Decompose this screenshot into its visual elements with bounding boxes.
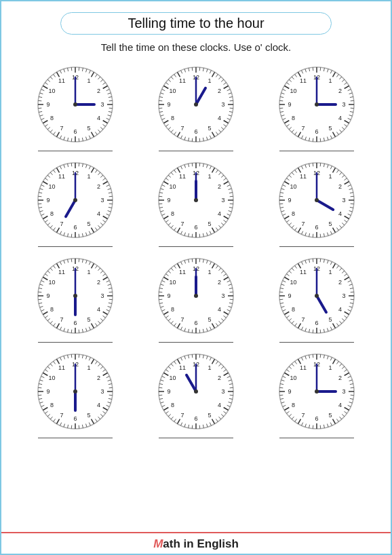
svg-text:11: 11: [179, 269, 186, 275]
svg-text:5: 5: [328, 221, 332, 227]
svg-text:4: 4: [97, 402, 100, 408]
clock-cell-4: 123456789101112: [136, 155, 256, 251]
svg-text:7: 7: [60, 412, 63, 419]
svg-line-60: [71, 67, 72, 71]
answer-line-6: [38, 342, 113, 343]
clock-cell-7: 123456789101112: [136, 251, 256, 347]
svg-line-154: [320, 67, 321, 71]
svg-text:8: 8: [292, 306, 295, 313]
svg-line-349: [159, 204, 162, 204]
svg-line-868: [313, 425, 313, 429]
svg-text:3: 3: [100, 101, 104, 108]
clock-cell-3: 123456789101112: [15, 155, 136, 251]
svg-text:11: 11: [58, 269, 65, 275]
svg-line-15: [109, 100, 113, 101]
svg-line-881: [279, 395, 283, 396]
clock-8: 123456789101112: [276, 255, 357, 337]
svg-line-336: [192, 234, 193, 237]
svg-line-321: [230, 204, 233, 204]
svg-text:10: 10: [169, 88, 176, 94]
svg-line-45: [38, 108, 41, 109]
svg-text:6: 6: [194, 320, 197, 326]
svg-line-93: [230, 108, 233, 109]
svg-text:5: 5: [87, 221, 90, 227]
clock-5: 123456789101112: [276, 159, 357, 241]
svg-text:4: 4: [218, 306, 221, 313]
svg-text:3: 3: [100, 292, 104, 299]
svg-point-151: [194, 102, 198, 107]
svg-text:9: 9: [167, 292, 170, 299]
svg-text:1: 1: [328, 364, 332, 371]
svg-text:11: 11: [179, 364, 186, 371]
svg-text:9: 9: [288, 197, 291, 204]
svg-text:2: 2: [338, 88, 342, 94]
svg-text:2: 2: [218, 88, 221, 94]
svg-line-334: [199, 234, 200, 237]
instruction: Tell the time on these clocks. Use o' cl…: [8, 41, 384, 53]
svg-point-455: [315, 198, 319, 202]
svg-text:4: 4: [218, 115, 221, 121]
answer-line-10: [159, 438, 233, 438]
svg-text:8: 8: [292, 115, 295, 121]
svg-line-579: [159, 292, 162, 292]
svg-text:5: 5: [208, 316, 211, 323]
answer-line-0: [38, 151, 113, 151]
svg-line-792: [192, 425, 193, 429]
answer-line-3: [38, 246, 113, 247]
svg-line-440: [313, 163, 313, 166]
clock-cell-9: 123456789101112: [15, 347, 136, 442]
title: Telling time to the hour: [60, 12, 332, 35]
clocks-grid: 123456789101112 123456789101112 12345678…: [8, 60, 384, 442]
svg-text:11: 11: [300, 77, 307, 84]
svg-text:1: 1: [87, 364, 90, 371]
svg-text:8: 8: [171, 210, 174, 217]
svg-text:8: 8: [50, 115, 54, 121]
clock-cell-10: 123456789101112: [136, 347, 256, 442]
svg-line-699: [109, 387, 113, 388]
svg-line-258: [79, 234, 79, 237]
answer-line-5: [279, 246, 354, 247]
svg-text:9: 9: [288, 101, 291, 108]
svg-line-364: [192, 163, 193, 166]
svg-line-488: [71, 330, 72, 333]
svg-text:8: 8: [50, 402, 54, 408]
svg-text:5: 5: [87, 412, 90, 419]
svg-text:9: 9: [288, 388, 291, 395]
svg-text:1: 1: [208, 77, 211, 84]
svg-line-623: [351, 292, 354, 292]
svg-line-549: [230, 299, 233, 300]
svg-point-227: [315, 102, 319, 107]
clock-4: 123456789101112: [155, 159, 237, 241]
svg-line-230: [79, 163, 79, 166]
svg-text:8: 8: [292, 210, 295, 217]
clock-11: 123456789101112: [276, 351, 357, 432]
svg-line-306: [199, 163, 200, 166]
svg-text:3: 3: [342, 292, 345, 299]
svg-text:1: 1: [87, 77, 90, 84]
svg-line-108: [192, 138, 193, 142]
svg-line-731: [38, 387, 41, 388]
svg-line-640: [313, 330, 313, 333]
svg-line-610: [320, 259, 321, 262]
svg-line-547: [230, 292, 233, 292]
svg-text:7: 7: [180, 316, 184, 323]
svg-line-169: [351, 108, 354, 109]
svg-line-106: [199, 138, 200, 142]
svg-text:3: 3: [221, 292, 224, 299]
clock-cell-8: 123456789101112: [256, 251, 377, 347]
svg-line-212: [313, 67, 313, 71]
svg-text:4: 4: [97, 210, 100, 217]
brand-m: M: [153, 537, 163, 550]
svg-line-397: [351, 204, 354, 204]
svg-line-516: [71, 259, 72, 262]
svg-text:6: 6: [194, 415, 197, 422]
svg-line-762: [199, 354, 200, 358]
svg-text:7: 7: [180, 412, 184, 419]
svg-text:1: 1: [328, 269, 332, 275]
svg-line-275: [38, 196, 41, 197]
svg-text:3: 3: [100, 388, 104, 395]
svg-line-820: [192, 354, 193, 358]
svg-text:8: 8: [292, 402, 295, 408]
svg-line-471: [109, 292, 113, 292]
svg-line-199: [279, 100, 283, 101]
